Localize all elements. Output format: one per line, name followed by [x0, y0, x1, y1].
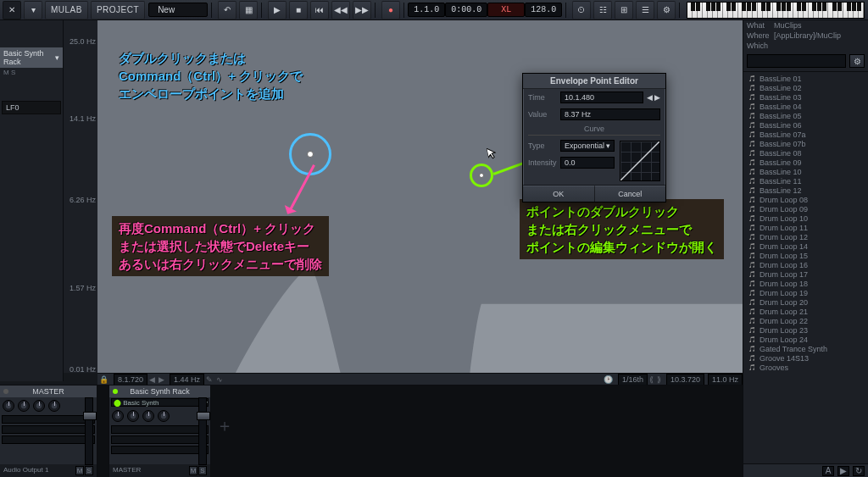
browser-item[interactable]: Drum Loop 15 — [743, 251, 868, 260]
browser-item[interactable]: BassLine 08 — [743, 148, 868, 158]
record-button[interactable]: ● — [381, 1, 400, 19]
browser-item[interactable]: Drum Loop 22 — [743, 316, 868, 325]
tempo[interactable]: 128.0 — [525, 3, 562, 17]
browser-button[interactable]: ☰ — [636, 1, 654, 19]
track-ms[interactable]: M S — [0, 68, 63, 77]
browser-item[interactable]: Drum Loop 10 — [743, 214, 868, 223]
browser-item[interactable]: BassLine 07a — [743, 130, 868, 139]
click-toggle[interactable]: XL — [487, 3, 525, 17]
knob[interactable] — [112, 410, 124, 422]
value-field[interactable]: 8.37 Hz — [560, 108, 660, 120]
editor-button[interactable]: ⊞ — [615, 1, 633, 19]
browser-item[interactable]: BassLine 01 — [743, 74, 868, 83]
browser-item[interactable]: BassLine 04 — [743, 102, 868, 111]
browser-tag-a[interactable]: A — [822, 466, 834, 476]
browser-item[interactable]: Drum Loop 24 — [743, 335, 868, 344]
curve-icon[interactable]: ∿ — [216, 375, 223, 384]
search-input[interactable] — [747, 54, 846, 68]
browser-item[interactable]: Drum Loop 18 — [743, 279, 868, 288]
browser-item[interactable]: Drum Loop 20 — [743, 297, 868, 307]
browser-item[interactable]: BassLine 09 — [743, 158, 868, 167]
main-menu-project[interactable]: PROJECT — [91, 1, 145, 19]
master-fader[interactable] — [85, 397, 93, 465]
position-bars[interactable]: 1.1.0 — [408, 3, 445, 17]
mixer-empty: ＋ — [211, 385, 743, 477]
track-header[interactable]: Basic Synth Rack▾ — [0, 47, 63, 68]
rewind-button[interactable]: ◀◀ — [331, 1, 350, 19]
grid-button[interactable]: ▦ — [239, 1, 258, 19]
browser-loop-icon[interactable]: ↻ — [853, 466, 865, 476]
browser-play-icon[interactable]: ▶ — [837, 466, 849, 476]
zoom-right-icon[interactable]: ⟫ — [657, 375, 661, 384]
time-prev-icon[interactable]: ◀ — [647, 93, 653, 102]
knob[interactable] — [33, 400, 45, 412]
settings-button[interactable]: ⚙ — [657, 1, 676, 19]
browser-item[interactable]: Drum Loop 12 — [743, 232, 868, 241]
track-list: Basic Synth Rack▾ M S LF0 — [0, 20, 64, 381]
browser-item[interactable]: Drum Loop 17 — [743, 269, 868, 279]
browser-item[interactable]: Drum Loop 09 — [743, 204, 868, 214]
knob[interactable] — [158, 410, 170, 422]
browser-item[interactable]: BassLine 02 — [743, 83, 868, 92]
browser-item[interactable]: Drum Loop 14 — [743, 241, 868, 251]
dropdown-button[interactable]: ▾ — [24, 1, 42, 19]
add-track-icon[interactable]: ＋ — [211, 385, 743, 466]
knob[interactable] — [3, 400, 14, 412]
ok-button[interactable]: OK — [523, 186, 594, 202]
intensity-field[interactable]: 0.0 — [560, 157, 615, 169]
time-next-icon[interactable]: ▶ — [654, 93, 660, 102]
mixer-button[interactable]: ☷ — [593, 1, 612, 19]
rewind-begin-button[interactable]: ⏮ — [310, 1, 329, 19]
knob[interactable] — [142, 410, 154, 422]
snap-value[interactable]: 1/16th — [618, 374, 648, 385]
browser-item[interactable]: BassLine 06 — [743, 120, 868, 130]
knob[interactable] — [18, 400, 30, 412]
browser-settings-button[interactable]: ⚙ — [849, 54, 865, 68]
browser-item[interactable]: Drum Loop 21 — [743, 307, 868, 316]
browser-item[interactable]: Drum Loop 16 — [743, 260, 868, 269]
prev-icon[interactable]: ◀ — [149, 375, 155, 384]
envelope-point-editor-dialog: Envelope Point Editor Time 10.1.480 ◀ ▶ … — [522, 73, 666, 202]
browser-item[interactable]: Grooves — [743, 363, 868, 372]
type-select[interactable]: Exponential▾ — [560, 140, 615, 152]
tool-icon[interactable]: ✎ — [206, 375, 213, 384]
browser-item[interactable]: Drum Loop 19 — [743, 288, 868, 297]
forward-button[interactable]: ▶▶ — [353, 1, 371, 19]
play-button[interactable]: ▶ — [268, 1, 287, 19]
synth-fader[interactable] — [198, 397, 207, 465]
time-field[interactable]: 10.1.480 — [560, 92, 643, 103]
position-time[interactable]: 0:00.0 — [445, 3, 487, 17]
zoom-left-icon[interactable]: ⟪ — [649, 375, 654, 384]
browser-item[interactable]: BassLine 10 — [743, 167, 868, 176]
main-menu-mulab[interactable]: MULAB — [45, 1, 88, 19]
browser-item[interactable]: BassLine 05 — [743, 111, 868, 120]
hz-display[interactable]: 1.44 Hz — [170, 374, 204, 385]
browser-item[interactable]: BassLine 07b — [743, 139, 868, 148]
browser-item[interactable]: BassLine 11 — [743, 176, 868, 186]
knob[interactable] — [48, 400, 60, 412]
knob[interactable] — [127, 410, 139, 422]
next-icon[interactable]: ▶ — [159, 375, 164, 384]
undo-button[interactable]: ↶ — [218, 1, 236, 19]
lane-lfo[interactable]: LF0 — [2, 101, 61, 114]
envelope-point-2[interactable] — [479, 173, 484, 178]
right-hz[interactable]: 11.0 Hz — [708, 374, 743, 385]
browser-item[interactable]: BassLine 03 — [743, 92, 868, 102]
stop-button[interactable]: ■ — [289, 1, 308, 19]
left-locator[interactable]: 8.1.720 — [114, 374, 147, 385]
cursor-pos[interactable]: 10.3.720 — [666, 374, 704, 385]
module-slot[interactable]: ⬤ Basic Synth ▾ — [111, 398, 209, 407]
browser-item[interactable]: Drum Loop 08 — [743, 195, 868, 204]
browser-item[interactable]: Drum Loop 23 — [743, 325, 868, 335]
snap-clock-icon[interactable]: 🕑 — [604, 375, 613, 384]
browser-item[interactable]: Drum Loop 11 — [743, 223, 868, 232]
close-button[interactable]: ✕ — [3, 1, 21, 19]
cancel-button[interactable]: Cancel — [594, 186, 666, 202]
browser-item[interactable]: Groove 14S13 — [743, 353, 868, 363]
project-name[interactable]: New — [148, 3, 208, 17]
browser-item[interactable]: BassLine 12 — [743, 186, 868, 195]
lock-icon[interactable]: 🔒 — [99, 375, 108, 384]
virtual-keyboard[interactable] — [687, 2, 865, 19]
browser-item[interactable]: Gated Trance Synth — [743, 344, 868, 353]
tempo-settings-button[interactable]: ⏲ — [572, 1, 591, 19]
